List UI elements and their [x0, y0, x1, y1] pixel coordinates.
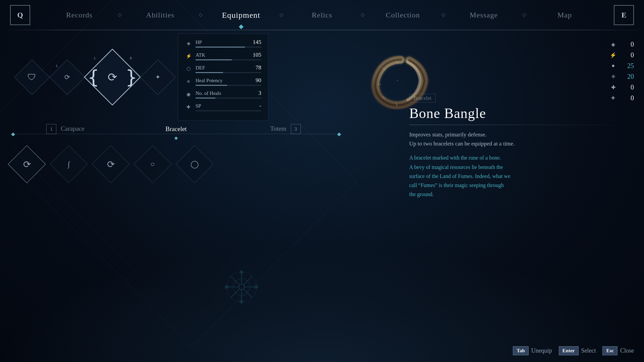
item-slot-4[interactable]: ○: [136, 147, 169, 181]
atk-value: 105: [250, 52, 261, 58]
svg-marker-19: [239, 300, 244, 304]
esc-label: Close: [620, 347, 634, 354]
equipment-slot-active[interactable]: ⟳ L R { }: [87, 52, 138, 102]
sp-label: SP: [196, 103, 250, 109]
svg-line-16: [244, 289, 252, 298]
slot-2-badge-l: L: [56, 64, 58, 68]
nav-item-relics[interactable]: Relics: [283, 4, 361, 26]
heal-bar: [196, 85, 227, 86]
item-slot-1[interactable]: ⟳: [10, 147, 44, 181]
slot-3-icon: ✦: [155, 73, 160, 81]
e-button[interactable]: E: [614, 5, 634, 25]
stat-row-heals: No. of Heals 3: [185, 90, 261, 99]
bracelet-label: Bracelet: [165, 125, 186, 132]
right-stat-row-2: 0: [609, 51, 634, 59]
nav-item-collection[interactable]: Collection: [364, 4, 442, 26]
nav-item-message[interactable]: Message: [445, 4, 523, 26]
def-value: 78: [250, 64, 261, 71]
atk-label: ATK: [196, 52, 250, 58]
gem2-value: 0: [622, 51, 634, 59]
hp-label: HP: [196, 40, 250, 45]
item-lore-text: A bracelet marked with the rune of a bon…: [409, 153, 634, 199]
gem5-value: 0: [622, 83, 634, 91]
esc-key: Esc: [602, 346, 618, 355]
heals-icon: [185, 90, 192, 98]
gem3-icon: [609, 62, 617, 70]
nav-bottom-line: [0, 30, 644, 30]
svg-marker-20: [225, 285, 229, 289]
stat-row-sp: SP -: [185, 103, 261, 111]
bottom-controls: Tab Unequip Enter Select Esc Close: [513, 346, 634, 355]
svg-line-14: [244, 276, 252, 285]
item-name: Bone Bangle: [409, 105, 634, 121]
item-category-label: Bracelet: [409, 94, 436, 103]
item-description-static: Improves stats, primarily defense. Up to…: [409, 130, 634, 148]
right-stat-row-5: 0: [609, 83, 634, 91]
heal-icon: [185, 78, 192, 85]
item-slot-2[interactable]: ∫: [52, 147, 86, 181]
heals-bar-container: [196, 98, 261, 99]
heals-bar: [196, 98, 215, 99]
def-icon: [185, 65, 192, 72]
active-slot-icon: ⟳: [108, 70, 117, 84]
nav-item-abilities[interactable]: Abilities: [121, 4, 199, 26]
active-slot-badge-l: L: [94, 56, 96, 60]
equipment-slot-2[interactable]: ⟳ L: [52, 62, 82, 92]
svg-line-13: [231, 276, 239, 285]
slot-bracket-left: {: [88, 66, 99, 88]
svg-marker-18: [254, 285, 258, 289]
gem4-icon: [609, 72, 617, 80]
esc-control[interactable]: Esc Close: [602, 346, 634, 355]
item-slot-5[interactable]: ◯: [178, 147, 211, 181]
stat-row-heal: Heal Potency 90: [185, 77, 261, 86]
atk-bar: [196, 59, 232, 60]
svg-marker-17: [239, 270, 244, 274]
atk-icon: [185, 52, 192, 60]
totem-label: Totem: [270, 125, 286, 132]
category-tab-carapace[interactable]: 1 Carapace: [10, 124, 121, 134]
item-detail-panel: Bracelet Bone Bangle Improves stats, pri…: [409, 94, 634, 199]
item-grid: ⟳ ∫ ⟳ ○ ◯: [10, 147, 211, 181]
slot-2-icon: ⟳: [64, 73, 70, 81]
tab-label: Unequip: [531, 347, 552, 354]
equipment-slot-1[interactable]: 🛡: [17, 62, 47, 92]
item-desc-line1: Improves stats, primarily defense.: [409, 130, 634, 139]
right-stat-row-3: 25: [609, 62, 634, 70]
heal-bar-container: [196, 85, 261, 86]
hp-bar: [196, 47, 245, 48]
heals-value: 3: [250, 90, 261, 97]
q-button[interactable]: Q: [10, 5, 30, 25]
def-bar: [196, 72, 223, 73]
heal-label: Heal Potency: [196, 78, 250, 83]
gem3-value: 25: [622, 62, 634, 70]
heals-label: No. of Heals: [196, 90, 250, 96]
right-stats-panel: 0 0 25 20 0 0: [609, 40, 634, 102]
stat-row-hp: HP 145: [185, 39, 261, 48]
category-tab-bracelet[interactable]: Bracelet: [121, 125, 231, 133]
sp-icon: [185, 103, 192, 111]
item-4-icon: ○: [150, 160, 155, 169]
heal-value: 90: [250, 77, 261, 84]
item-slot-3[interactable]: ⟳: [94, 147, 127, 181]
enter-control[interactable]: Enter Select: [559, 346, 596, 355]
active-slot-badge-r: R: [130, 56, 132, 60]
sp-value: -: [250, 103, 261, 109]
item-desc-line2: Up to two bracelets can be equipped at a…: [409, 139, 634, 148]
category-tabs: 1 Carapace Bracelet Totem 3: [10, 119, 342, 139]
nav-item-records[interactable]: Records: [40, 4, 118, 26]
tab-control[interactable]: Tab Unequip: [513, 346, 552, 355]
enter-key: Enter: [559, 346, 579, 355]
nav-item-equipment[interactable]: Equipment: [202, 4, 280, 26]
equipment-slot-3[interactable]: ✦: [143, 62, 173, 92]
item-lore-line5: the ground.: [409, 190, 634, 199]
item-lore-line1: A bracelet marked with the rune of a bon…: [409, 153, 634, 162]
equipment-slots-row: 🛡 ⟳ L ⟳ L R { } ✦: [17, 52, 173, 102]
item-5-icon: ◯: [191, 160, 199, 169]
nav-item-map[interactable]: Map: [526, 4, 604, 26]
carapace-label: Carapace: [61, 125, 85, 132]
navigation-bar: Q Records Abilities Equipment Relics Col…: [0, 0, 644, 30]
hp-value: 145: [250, 39, 261, 46]
category-tab-totem[interactable]: Totem 3: [231, 124, 342, 134]
item-lore-line2: A bevy of magical resources lie beneath …: [409, 163, 634, 172]
item-divider: [409, 125, 634, 125]
